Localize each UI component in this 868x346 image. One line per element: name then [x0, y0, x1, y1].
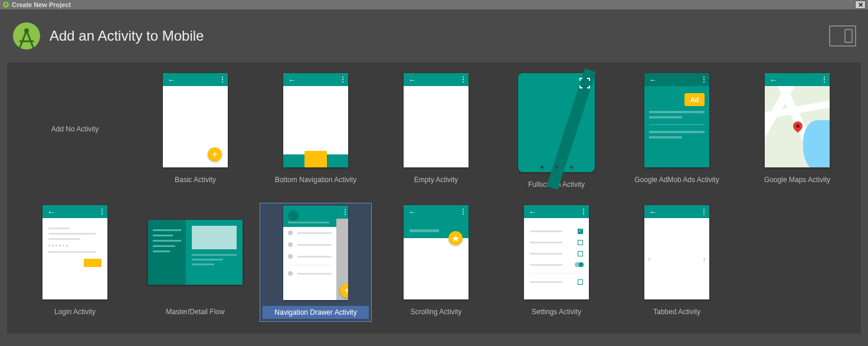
window-title: Create New Project	[12, 1, 71, 8]
template-label: Login Activity	[21, 305, 129, 318]
swipe-arrows: ‹ ›	[644, 254, 709, 263]
template-label: Scrolling Activity	[382, 305, 490, 318]
phone-preview: +	[283, 206, 348, 300]
wizard-header: Add an Activity to Mobile	[0, 9, 868, 62]
back-arrow-icon: ←	[288, 75, 296, 84]
checkbox-icon	[578, 229, 583, 234]
fab-icon: +	[340, 284, 348, 298]
template-empty-activity[interactable]: ← Empty Activity	[380, 71, 492, 193]
template-label: Google Maps Activity	[743, 173, 851, 186]
divider	[649, 124, 705, 125]
template-master-detail-flow[interactable]: Master/Detail Flow	[139, 203, 251, 322]
list-line	[153, 251, 170, 252]
text-line	[649, 136, 682, 139]
template-login-activity[interactable]: ← Login Activity	[19, 203, 131, 322]
back-arrow-icon: ←	[47, 207, 55, 216]
back-arrow-icon: ←	[649, 75, 657, 84]
detail-pane	[186, 220, 243, 285]
overflow-menu-icon	[703, 77, 705, 83]
template-scrolling-activity[interactable]: ← ★ Scrolling Activity	[380, 203, 492, 322]
text-line	[649, 111, 705, 113]
template-basic-activity[interactable]: ← + Basic Activity	[139, 71, 251, 193]
phone-preview: ←	[42, 205, 107, 299]
overflow-menu-icon	[345, 209, 346, 215]
template-tabbed-activity[interactable]: ← ‹ › Tabbed Activity	[621, 203, 733, 322]
template-label: Master/Detail Flow	[142, 305, 249, 318]
tab-body: ‹ ›	[644, 218, 709, 299]
drawer-item	[283, 251, 336, 262]
nav-dots	[518, 166, 595, 169]
list-line	[153, 245, 175, 247]
title-bar-left: Create New Project	[2, 1, 71, 8]
checkbox-icon	[578, 279, 583, 285]
no-activity-placeholder: Add No Activity	[51, 73, 99, 185]
divider	[288, 265, 332, 265]
page-title: Add an Activity to Mobile	[50, 28, 204, 44]
overflow-menu-icon	[101, 209, 103, 215]
appbar: ←	[163, 73, 228, 86]
phone-preview: ←	[404, 73, 469, 167]
login-body	[42, 218, 107, 273]
phone-preview: ← Ad	[644, 73, 709, 167]
svg-point-1	[13, 22, 40, 50]
template-grid: Add No Activity ← + Basic Activity ←	[19, 71, 849, 322]
template-gallery: Add No Activity ← + Basic Activity ←	[7, 62, 861, 334]
settings-row	[530, 251, 583, 256]
overflow-menu-icon	[824, 77, 825, 83]
settings-row	[530, 262, 583, 267]
template-label: Google AdMob Ads Activity	[623, 173, 731, 186]
fab-icon: +	[208, 147, 222, 162]
template-bottom-navigation[interactable]: ← Bottom Navigation Activity	[260, 71, 372, 193]
appbar: ←	[524, 205, 589, 218]
close-button[interactable]: ✕	[855, 1, 866, 9]
overflow-menu-icon	[463, 77, 464, 83]
settings-row	[530, 240, 583, 245]
chevron-right-icon: ›	[703, 254, 706, 263]
checkbox-icon	[578, 240, 583, 245]
template-label: Basic Activity	[142, 173, 249, 186]
template-add-no-activity[interactable]: Add No Activity	[19, 71, 131, 193]
android-studio-icon	[2, 1, 9, 8]
drawer-panel	[283, 206, 336, 300]
tablet-preview	[148, 220, 243, 285]
checkbox-icon	[578, 251, 583, 256]
template-label: Bottom Navigation Activity	[262, 173, 369, 186]
drawer-item	[283, 239, 336, 251]
template-label: Tabbed Activity	[623, 305, 731, 318]
template-label: Add No Activity	[51, 125, 99, 133]
divider	[530, 273, 583, 273]
text-line	[48, 251, 96, 253]
phone-shape-icon	[844, 29, 853, 43]
overflow-menu-icon	[463, 209, 464, 215]
template-admob-activity[interactable]: ← Ad Google AdMob Ads Activity	[621, 71, 733, 193]
template-label: Empty Activity	[382, 173, 490, 186]
template-google-maps-activity[interactable]: ← Google Maps Activity	[741, 71, 853, 193]
master-pane	[148, 220, 186, 285]
drawer-item	[283, 268, 336, 279]
text-line	[192, 259, 223, 261]
phone-preview: ← ‹ ›	[644, 205, 709, 299]
drawer-item	[283, 227, 336, 239]
map-preview	[765, 86, 830, 167]
appbar: ←	[283, 73, 348, 86]
chevron-left-icon: ‹	[648, 254, 651, 263]
ad-badge: Ad	[684, 93, 705, 106]
fab-icon: ★	[448, 231, 463, 245]
template-settings-activity[interactable]: ← Settings Activity	[500, 203, 612, 322]
back-arrow-icon: ←	[649, 207, 657, 216]
avatar-icon	[288, 210, 299, 221]
template-label: Settings Activity	[503, 305, 610, 318]
text-line	[649, 131, 705, 133]
mobile-device-icon	[829, 25, 856, 47]
appbar	[336, 206, 348, 219]
password-dots	[48, 245, 101, 246]
back-arrow-icon: ←	[769, 75, 777, 84]
template-fullscreen-activity[interactable]: Fullscreen Activity	[500, 71, 612, 193]
settings-row	[530, 279, 583, 285]
back-arrow-icon: ←	[408, 207, 416, 216]
phone-preview: ←	[524, 205, 589, 299]
text-line	[48, 233, 96, 235]
template-navigation-drawer-activity[interactable]: + Navigation Drawer Activity	[260, 203, 372, 322]
back-arrow-icon: ←	[529, 207, 536, 216]
toggle-icon	[575, 262, 583, 267]
